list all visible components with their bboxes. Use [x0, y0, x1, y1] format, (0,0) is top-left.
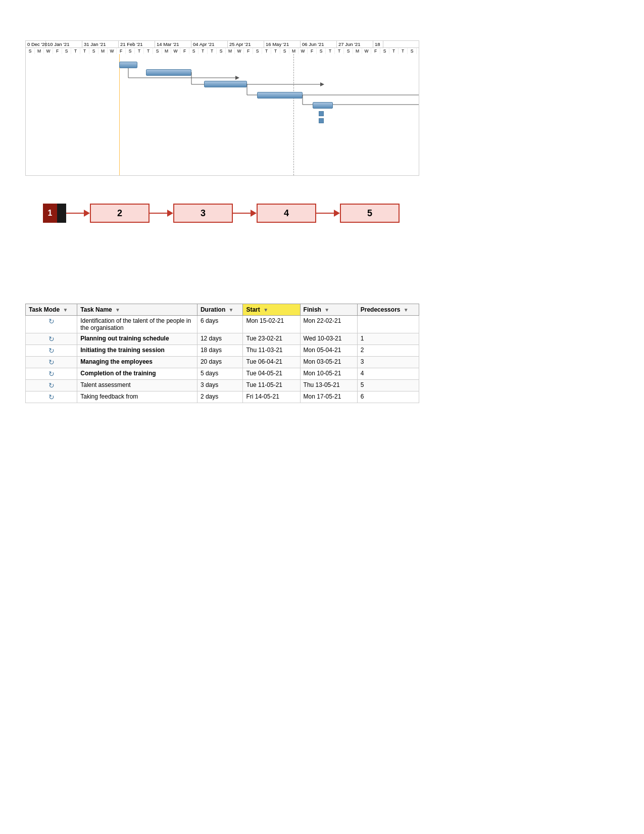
task-name-cell: Taking feedback from	[77, 391, 197, 403]
start-cell: Tue 11-05-21	[243, 380, 300, 391]
finish-cell: Mon 03-05-21	[300, 357, 357, 368]
month-label: 27 Jun '21	[337, 41, 373, 47]
duration-cell: 12 days	[197, 333, 243, 345]
predecessors-cell: 3	[357, 357, 419, 368]
predecessors-cell: 6	[357, 391, 419, 403]
task-name-cell: Managing the employees	[77, 357, 197, 368]
task-mode-cell: ↻	[26, 368, 77, 380]
task-mode-icon: ↻	[48, 393, 55, 401]
task-name-cell: Talent assessment	[77, 380, 197, 391]
task-mode-cell: ↻	[26, 391, 77, 403]
duration-cell: 2 days	[197, 391, 243, 403]
gantt-dependency-arrow-2	[146, 69, 146, 70]
table-row: ↻ Identification of the talent of the pe…	[26, 316, 419, 333]
gantt-dependency-arrow-4	[257, 92, 258, 92]
start-cell: Fri 14-05-21	[243, 391, 300, 403]
table-row: ↻ Managing the employees 20 days Tue 06-…	[26, 357, 419, 368]
network-node-1-black	[57, 204, 66, 223]
gantt-dependency-arrow-3	[204, 81, 205, 81]
table-row: ↻ Completion of the training 5 days Tue …	[26, 368, 419, 380]
col-header-duration[interactable]: Duration ▼	[197, 304, 243, 316]
network-node-1-red: 1	[43, 204, 57, 223]
finish-cell: Mon 17-05-21	[300, 391, 357, 403]
task-mode-icon: ↻	[48, 335, 55, 343]
col-header-start[interactable]: Start ▼	[243, 304, 300, 316]
network-node-4: 4	[257, 204, 316, 223]
finish-cell: Wed 10-03-21	[300, 333, 357, 345]
task-mode-icon: ↻	[48, 381, 55, 389]
month-label: 25 Apr '21	[228, 41, 264, 47]
table-section: Task Mode ▼ Task Name ▼ Duration ▼ Start…	[25, 304, 419, 403]
svg-marker-2	[235, 76, 239, 80]
gantt-milestone-1	[319, 111, 324, 116]
table-row: ↻ Initiating the training session 18 day…	[26, 345, 419, 357]
col-header-task-name[interactable]: Task Name ▼	[77, 304, 197, 316]
sort-arrow-task-name: ▼	[115, 307, 120, 313]
predecessors-cell	[357, 316, 419, 333]
network-arrow-2	[150, 210, 173, 217]
start-cell: Tue 06-04-21	[243, 357, 300, 368]
start-cell: Thu 11-03-21	[243, 345, 300, 357]
month-label: 31 Jan '21	[82, 41, 119, 47]
network-node-3: 3	[173, 204, 233, 223]
gantt-bar-1	[119, 62, 137, 68]
network-arrow-1	[66, 210, 90, 217]
task-mode-cell: ↻	[26, 380, 77, 391]
task-mode-cell: ↻	[26, 333, 77, 345]
gantt-bar-2	[146, 69, 191, 76]
task-mode-cell: ↻	[26, 345, 77, 357]
network-node-2: 2	[90, 204, 150, 223]
duration-cell: 6 days	[197, 316, 243, 333]
network-diagram: 1 2 3 4 5	[43, 204, 634, 223]
predecessors-cell: 4	[357, 368, 419, 380]
predecessors-cell: 5	[357, 380, 419, 391]
task-mode-cell: ↻	[26, 316, 77, 333]
network-node-group-1: 1	[43, 204, 66, 223]
predecessors-cell: 1	[357, 333, 419, 345]
sort-arrow-predecessors: ▼	[404, 307, 409, 313]
today-line	[119, 54, 120, 175]
start-cell: Mon 15-02-21	[243, 316, 300, 333]
table-row: ↻ Planning out training schedule 12 days…	[26, 333, 419, 345]
finish-cell: Mon 05-04-21	[300, 345, 357, 357]
month-label: 10 Jan '21	[46, 41, 82, 47]
finish-cell: Mon 10-05-21	[300, 368, 357, 380]
gantt-bar-4	[257, 92, 303, 99]
sort-arrow-finish: ▼	[324, 307, 329, 313]
svg-marker-5	[320, 82, 324, 86]
gantt-body	[26, 54, 419, 175]
sort-arrow-duration: ▼	[229, 307, 234, 313]
month-label: 06 Jun '21	[301, 41, 337, 47]
month-label: 21 Feb '21	[119, 41, 155, 47]
start-cell: Tue 04-05-21	[243, 368, 300, 380]
finish-cell: Thu 13-05-21	[300, 380, 357, 391]
gantt-milestone-2	[319, 118, 324, 123]
task-name-cell: Identification of the talent of the peop…	[77, 316, 197, 333]
gantt-dependency-arrow-1	[119, 62, 120, 62]
sort-arrow-task-mode: ▼	[63, 307, 68, 313]
col-header-task-mode[interactable]: Task Mode ▼	[26, 304, 77, 316]
table-row: ↻ Taking feedback from 2 days Fri 14-05-…	[26, 391, 419, 403]
task-mode-cell: ↻	[26, 357, 77, 368]
task-name-cell: Completion of the training	[77, 368, 197, 380]
gantt-day-headers: S M W F S T T S M W F S T T S M W F S T …	[26, 48, 419, 54]
network-arrow-3	[233, 210, 257, 217]
duration-cell: 5 days	[197, 368, 243, 380]
duration-cell: 20 days	[197, 357, 243, 368]
network-arrow-4	[316, 210, 340, 217]
col-header-finish[interactable]: Finish ▼	[300, 304, 357, 316]
month-label: 0 Dec '20	[26, 41, 46, 47]
task-name-cell: Initiating the training session	[77, 345, 197, 357]
gantt-month-headers: 0 Dec '20 10 Jan '21 31 Jan '21 21 Feb '…	[26, 41, 419, 48]
task-mode-icon: ↻	[48, 347, 55, 355]
task-table: Task Mode ▼ Task Name ▼ Duration ▼ Start…	[25, 304, 419, 403]
duration-cell: 3 days	[197, 380, 243, 391]
month-label: 04 Apr '21	[191, 41, 228, 47]
duration-cell: 18 days	[197, 345, 243, 357]
table-row: ↻ Talent assessment 3 days Tue 11-05-21 …	[26, 380, 419, 391]
start-cell: Tue 23-02-21	[243, 333, 300, 345]
col-header-predecessors[interactable]: Predecessors ▼	[357, 304, 419, 316]
month-label: 16 May '21	[264, 41, 301, 47]
month-label: 18	[373, 41, 383, 47]
predecessors-cell: 2	[357, 345, 419, 357]
